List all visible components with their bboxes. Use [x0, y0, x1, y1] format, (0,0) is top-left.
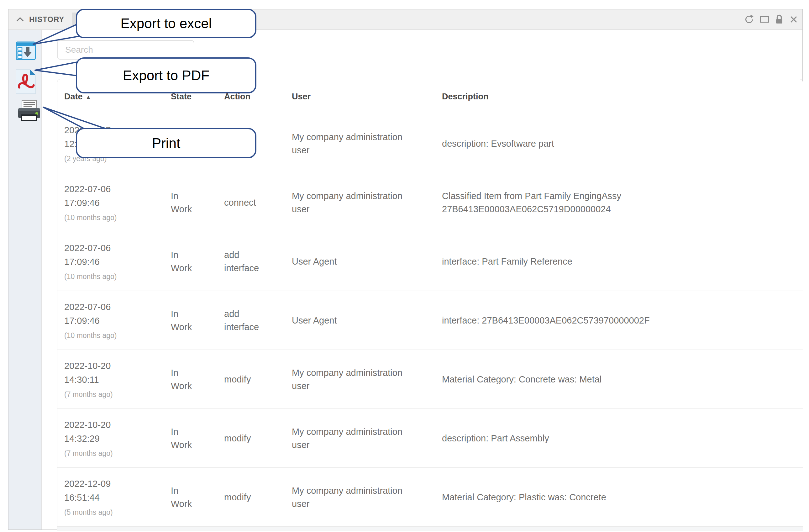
cell-action: modify: [217, 491, 289, 504]
refresh-button[interactable]: [744, 14, 755, 25]
cell-state: In Work: [167, 484, 217, 510]
cell-state: In Work: [167, 189, 217, 216]
cell-state: In Work: [167, 248, 217, 275]
cell-action: connect: [217, 196, 289, 209]
search-input[interactable]: [57, 40, 194, 59]
cell-date: 2022-07-0617:09:46(10 months ago): [57, 182, 167, 223]
time-value: 17:09:46: [64, 196, 167, 210]
date-value: 2022-10-20: [64, 359, 167, 373]
callout-export-pdf: Export to PDF: [76, 57, 256, 93]
cell-user: My company administration user: [289, 189, 438, 216]
column-header-user[interactable]: User: [289, 92, 438, 102]
callout-export-excel: Export to excel: [76, 9, 256, 38]
panel-title: HISTORY: [29, 15, 64, 24]
cell-action: add interface: [217, 248, 289, 275]
table-body: 2020-12-0712:00:00(2 years ago)In Workcr…: [57, 114, 803, 526]
table-row-partial: [57, 526, 803, 530]
time-value: 14:30:11: [64, 373, 167, 387]
relative-time: (10 months ago): [64, 330, 167, 341]
tools-sidebar: [8, 30, 42, 530]
time-value: 16:51:44: [64, 491, 167, 504]
cell-date: 2022-07-0617:09:46(10 months ago): [57, 300, 167, 341]
callout-print: Print: [76, 128, 256, 158]
cell-description: description: Part Assembly: [438, 432, 803, 445]
cell-action: modify: [217, 373, 289, 386]
date-value: 2022-12-09: [64, 477, 167, 491]
cell-date: 2022-12-0916:51:44(5 months ago): [57, 477, 167, 518]
window-controls: [744, 14, 799, 25]
cell-description: interface: 27B6413E00003AE062C5739700000…: [438, 314, 803, 327]
sort-ascending-icon[interactable]: ▲: [86, 94, 91, 100]
cell-user: User Agent: [289, 255, 438, 268]
pdf-icon: [15, 69, 37, 95]
date-value: 2022-07-06: [64, 300, 167, 314]
cell-action: modify: [217, 432, 289, 445]
cell-state: In Work: [167, 307, 217, 333]
cell-state: In Work: [167, 425, 217, 451]
print-button[interactable]: [17, 99, 42, 130]
time-value: 17:09:46: [64, 314, 167, 328]
date-value: 2022-07-06: [64, 241, 167, 255]
maximize-icon: [759, 14, 770, 25]
table-row: 2022-10-2014:32:29(7 months ago)In Workm…: [57, 409, 803, 467]
cell-date: 2022-07-0617:09:46(10 months ago): [57, 241, 167, 282]
cell-user: My company administration user: [289, 131, 438, 157]
column-header-date-label: Date: [64, 92, 83, 101]
collapse-panel-button[interactable]: [16, 17, 24, 22]
cell-user: My company administration user: [289, 366, 438, 393]
refresh-icon: [744, 14, 755, 25]
close-icon: [789, 14, 799, 24]
printer-icon: [17, 99, 42, 128]
table-row: 2022-12-0916:51:44(5 months ago)In Workm…: [57, 467, 803, 526]
cell-description: interface: Part Family Reference: [438, 255, 803, 268]
cell-date: 2022-10-2014:30:11(7 months ago): [57, 359, 167, 400]
excel-export-icon: [15, 40, 36, 61]
relative-time: (5 months ago): [64, 507, 167, 518]
cell-user: My company administration user: [289, 425, 438, 451]
cell-description: Classified Item from Part Family EngingA…: [438, 189, 803, 216]
cell-state: In Work: [167, 366, 217, 393]
close-button[interactable]: [789, 14, 799, 24]
date-value: 2022-07-06: [64, 182, 167, 196]
relative-time: (7 months ago): [64, 448, 167, 459]
table-row: 2022-07-0617:09:46(10 months ago)In Work…: [57, 232, 803, 291]
cell-date: 2022-10-2014:32:29(7 months ago): [57, 418, 167, 459]
export-to-pdf-button[interactable]: [15, 69, 37, 96]
relative-time: (10 months ago): [64, 212, 167, 223]
cell-action: add interface: [217, 307, 289, 333]
table-row: 2022-07-0617:09:46(10 months ago)In Work…: [57, 173, 803, 232]
cell-user: User Agent: [289, 314, 438, 327]
time-value: 14:32:29: [64, 432, 167, 445]
export-to-excel-button[interactable]: [15, 40, 36, 63]
cell-user: My company administration user: [289, 484, 438, 510]
lock-icon: [775, 14, 784, 25]
cell-description: Material Category: Plastic was: Concrete: [438, 491, 803, 504]
table-row: 2022-07-0617:09:46(10 months ago)In Work…: [57, 291, 803, 349]
column-header-description[interactable]: Description: [438, 92, 803, 102]
chevron-up-icon: [16, 17, 24, 22]
table-row: 2022-10-2014:30:11(7 months ago)In Workm…: [57, 349, 803, 409]
maximize-button[interactable]: [759, 14, 770, 25]
cell-description: description: Evsoftware part: [438, 137, 803, 150]
relative-time: (10 months ago): [64, 271, 167, 282]
date-value: 2022-10-20: [64, 418, 167, 432]
time-value: 17:09:46: [64, 255, 167, 269]
cell-description: Material Category: Concrete was: Metal: [438, 373, 803, 386]
lock-button[interactable]: [775, 14, 784, 25]
relative-time: (7 months ago): [64, 389, 167, 400]
